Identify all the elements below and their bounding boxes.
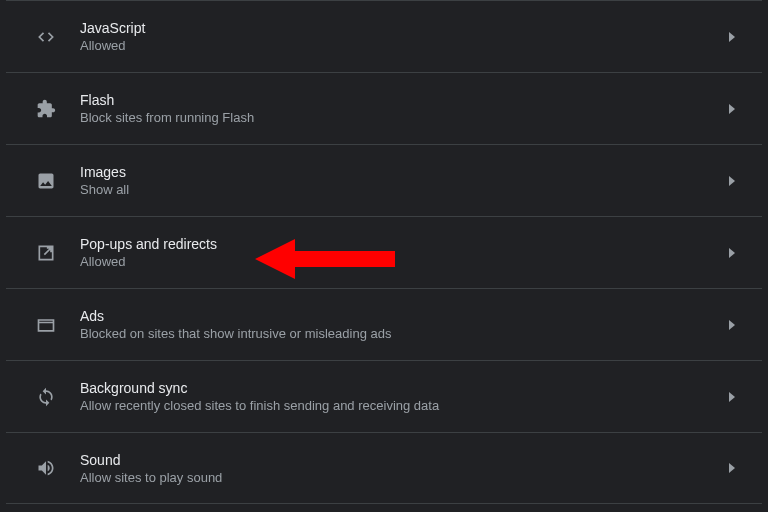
setting-row-images[interactable]: Images Show all (6, 144, 762, 216)
chevron-right-icon (720, 320, 744, 330)
setting-row-sound[interactable]: Sound Allow sites to play sound (6, 432, 762, 504)
row-title: Sound (80, 452, 720, 468)
row-subtitle: Allow sites to play sound (80, 470, 720, 485)
settings-list: JavaScript Allowed Flash Block sites fro… (6, 0, 762, 504)
row-title: Ads (80, 308, 720, 324)
row-title: Images (80, 164, 720, 180)
setting-row-background-sync[interactable]: Background sync Allow recently closed si… (6, 360, 762, 432)
row-subtitle: Allowed (80, 254, 720, 269)
row-subtitle: Show all (80, 182, 720, 197)
setting-row-javascript[interactable]: JavaScript Allowed (6, 0, 762, 72)
chevron-right-icon (720, 248, 744, 258)
popup-icon (18, 243, 74, 263)
chevron-right-icon (720, 32, 744, 42)
row-labels: Background sync Allow recently closed si… (74, 380, 720, 413)
row-subtitle: Allowed (80, 38, 720, 53)
row-labels: Pop-ups and redirects Allowed (74, 236, 720, 269)
row-title: Background sync (80, 380, 720, 396)
row-subtitle: Block sites from running Flash (80, 110, 720, 125)
setting-row-flash[interactable]: Flash Block sites from running Flash (6, 72, 762, 144)
row-labels: JavaScript Allowed (74, 20, 720, 53)
row-title: Pop-ups and redirects (80, 236, 720, 252)
puzzle-icon (18, 99, 74, 119)
site-settings-list: JavaScript Allowed Flash Block sites fro… (0, 0, 768, 512)
row-subtitle: Allow recently closed sites to finish se… (80, 398, 720, 413)
row-title: Flash (80, 92, 720, 108)
row-labels: Sound Allow sites to play sound (74, 452, 720, 485)
sync-icon (18, 387, 74, 407)
setting-row-ads[interactable]: Ads Blocked on sites that show intrusive… (6, 288, 762, 360)
row-title: JavaScript (80, 20, 720, 36)
row-labels: Ads Blocked on sites that show intrusive… (74, 308, 720, 341)
row-subtitle: Blocked on sites that show intrusive or … (80, 326, 720, 341)
code-icon (18, 27, 74, 47)
setting-row-popups[interactable]: Pop-ups and redirects Allowed (6, 216, 762, 288)
image-icon (18, 171, 74, 191)
window-icon (18, 315, 74, 335)
sound-icon (18, 458, 74, 478)
chevron-right-icon (720, 176, 744, 186)
chevron-right-icon (720, 392, 744, 402)
row-labels: Images Show all (74, 164, 720, 197)
chevron-right-icon (720, 463, 744, 473)
chevron-right-icon (720, 104, 744, 114)
row-labels: Flash Block sites from running Flash (74, 92, 720, 125)
